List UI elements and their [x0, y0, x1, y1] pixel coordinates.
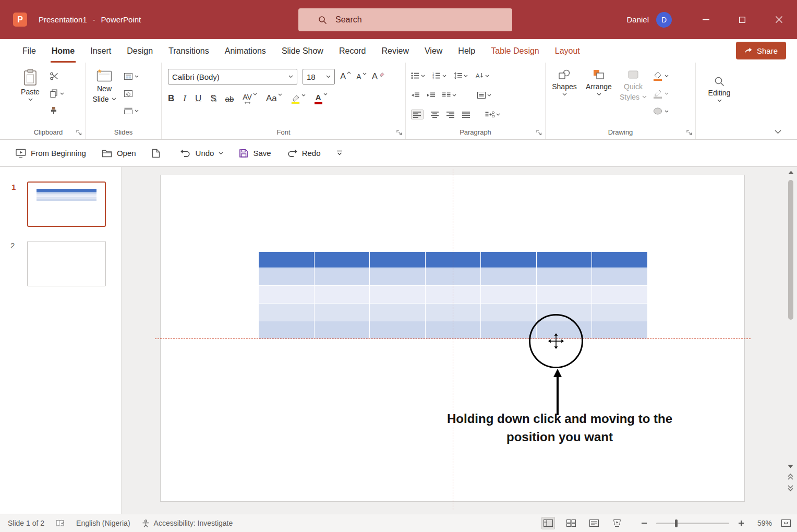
tab-help[interactable]: Help — [450, 39, 483, 63]
collapse-ribbon-button[interactable] — [775, 130, 781, 134]
close-button[interactable] — [760, 0, 797, 39]
drawing-dialog-launcher[interactable] — [686, 130, 692, 136]
share-button[interactable]: Share — [736, 42, 786, 59]
reset-slide-button[interactable] — [124, 88, 139, 99]
table-cell[interactable] — [259, 286, 315, 303]
shape-fill-button[interactable] — [653, 70, 669, 81]
tab-animations[interactable]: Animations — [217, 39, 274, 63]
slide-indicator[interactable]: Slide 1 of 2 — [8, 519, 44, 527]
accessibility-status[interactable]: Accessibility: Investigate — [142, 519, 233, 527]
quick-styles-button[interactable]: Quick Styles — [619, 69, 648, 116]
decrease-font-size-button[interactable]: A — [356, 72, 366, 81]
align-left-button[interactable] — [411, 110, 424, 119]
table-cell[interactable] — [259, 304, 315, 321]
scroll-down-button[interactable] — [788, 465, 793, 468]
font-dialog-launcher[interactable] — [396, 130, 402, 136]
table-cell[interactable] — [370, 268, 426, 285]
character-spacing-button[interactable]: AV — [243, 93, 257, 104]
justify-button[interactable] — [462, 111, 470, 118]
table-cell[interactable] — [259, 268, 315, 285]
table-cell[interactable] — [315, 321, 370, 338]
tab-insert[interactable]: Insert — [82, 39, 119, 63]
strikethrough-button[interactable]: ab — [225, 94, 234, 103]
table-cell[interactable] — [315, 252, 370, 268]
text-direction-button[interactable]: A — [475, 72, 489, 79]
table-cell[interactable] — [481, 304, 537, 321]
new-button[interactable] — [152, 149, 165, 158]
undo-button[interactable]: Undo — [180, 149, 224, 158]
from-beginning-button[interactable]: From Beginning — [16, 148, 86, 158]
table-cell[interactable] — [426, 252, 481, 268]
table-cell[interactable] — [259, 321, 315, 338]
table-cell[interactable] — [592, 304, 647, 321]
align-text-button[interactable] — [477, 92, 491, 99]
underline-button[interactable]: U — [195, 93, 201, 104]
align-right-button[interactable] — [446, 111, 455, 118]
table-cell[interactable] — [481, 286, 537, 303]
tab-table-design[interactable]: Table Design — [483, 39, 547, 63]
bullets-button[interactable] — [411, 72, 425, 79]
tab-record[interactable]: Record — [331, 39, 374, 63]
table-cell[interactable] — [592, 252, 647, 268]
tab-file[interactable]: File — [15, 39, 44, 63]
normal-view-button[interactable] — [541, 517, 555, 529]
redo-button[interactable]: Redo — [287, 149, 321, 158]
editing-button[interactable]: Editing — [705, 69, 734, 102]
fit-slide-to-window-button[interactable] — [781, 519, 791, 527]
slide-1-thumbnail[interactable] — [27, 182, 106, 227]
italic-button[interactable]: I — [183, 93, 186, 104]
next-slide-button[interactable] — [788, 485, 793, 491]
tab-review[interactable]: Review — [374, 39, 417, 63]
search-box[interactable]: Search — [298, 8, 512, 31]
language-selector[interactable]: English (Nigeria) — [76, 519, 130, 527]
user-avatar[interactable]: D — [656, 12, 672, 28]
slide-sorter-view-button[interactable] — [564, 517, 578, 529]
decrease-indent-button[interactable] — [411, 92, 419, 99]
maximize-button[interactable] — [724, 0, 760, 39]
text-shadow-button[interactable]: S — [210, 93, 216, 104]
format-painter-button[interactable] — [50, 105, 64, 116]
table-cell[interactable] — [259, 252, 315, 268]
table-cell[interactable] — [370, 252, 426, 268]
arrange-button[interactable]: Arrange — [584, 69, 613, 116]
line-spacing-button[interactable] — [454, 72, 468, 79]
table-cell[interactable] — [426, 268, 481, 285]
clear-formatting-button[interactable]: A — [372, 71, 384, 82]
font-size-select[interactable]: 18 — [303, 69, 335, 84]
slide-2-thumbnail[interactable] — [27, 241, 106, 286]
table-cell[interactable] — [592, 321, 647, 338]
align-center-button[interactable] — [431, 111, 439, 118]
change-case-button[interactable]: Aa — [266, 93, 282, 104]
previous-slide-button[interactable] — [788, 474, 793, 480]
clipboard-dialog-launcher[interactable] — [76, 130, 82, 136]
cut-button[interactable] — [50, 71, 64, 81]
text-highlight-button[interactable] — [291, 94, 306, 104]
horizontal-guide[interactable] — [155, 338, 751, 339]
increase-font-size-button[interactable]: A — [340, 71, 351, 82]
slide-layout-button[interactable] — [124, 71, 139, 81]
table-cell[interactable] — [315, 286, 370, 303]
vertical-guide[interactable] — [453, 169, 453, 510]
shapes-button[interactable]: Shapes — [550, 69, 579, 116]
new-slide-button[interactable]: New Slide — [90, 69, 119, 116]
table-cell[interactable] — [537, 252, 593, 268]
zoom-in-button[interactable] — [739, 521, 744, 526]
minimize-button[interactable] — [687, 0, 724, 39]
copy-button[interactable] — [50, 88, 64, 99]
table-cell[interactable] — [481, 268, 537, 285]
shape-effects-button[interactable] — [653, 106, 669, 116]
table-cell[interactable] — [370, 304, 426, 321]
powerpoint-logo[interactable]: P — [13, 13, 27, 27]
table-cell[interactable] — [481, 321, 537, 338]
font-name-select[interactable]: Calibri (Body) — [168, 69, 297, 84]
tab-slide-show[interactable]: Slide Show — [274, 39, 331, 63]
tab-design[interactable]: Design — [119, 39, 161, 63]
table-cell[interactable] — [315, 268, 370, 285]
table-cell[interactable] — [426, 286, 481, 303]
increase-indent-button[interactable] — [427, 92, 435, 99]
table-cell[interactable] — [481, 252, 537, 268]
table-cell[interactable] — [537, 286, 593, 303]
table-cell[interactable] — [370, 321, 426, 338]
scroll-up-button[interactable] — [788, 171, 794, 174]
open-button[interactable]: Open — [102, 149, 136, 158]
